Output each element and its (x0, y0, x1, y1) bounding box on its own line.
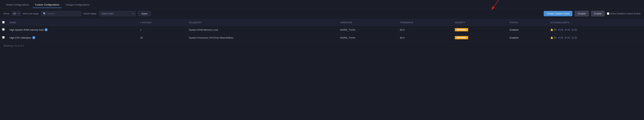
row-threshold-cell: 80.0 (398, 34, 452, 42)
select-alert-wrapper: Select Alert (99, 11, 136, 16)
row-actions-cell: 🔔 (0) ✉ (0) ⚙ (0) ☰ (0) (548, 26, 644, 34)
status-text: Enabled (510, 28, 518, 31)
per-page-wrapper: 10 25 50 100 (12, 11, 21, 16)
show-disabled-label[interactable]: Show Disabled Custom Events (610, 12, 641, 15)
mail-count: (0) (560, 28, 563, 31)
row-name-text: High System RAM memory load (10, 28, 44, 31)
show-disabled-wrapper: Show Disabled Custom Events (607, 12, 641, 15)
row-checkbox[interactable] (2, 28, 4, 31)
mail-icon-btn[interactable]: ✉ (0) (558, 36, 563, 39)
select-alert-dropdown[interactable]: Select Alert (99, 11, 136, 16)
list-icon-btn[interactable]: ☰ (0) (572, 28, 577, 31)
table-row: High CPU Utilization i 20 System Process… (0, 34, 644, 42)
row-telemetry-cell: System Processor CPUTime MeanStdDev (186, 34, 338, 42)
row-devices-cell: 1 (138, 26, 186, 34)
gear-icon-btn[interactable]: ⚙ (0) (565, 28, 570, 31)
row-operator-cell: MORE_THAN (338, 34, 398, 42)
row-status-cell: Enabled (508, 26, 548, 34)
bell-icon-btn[interactable]: 🔔 (0) (550, 28, 556, 31)
per-page-select[interactable]: 10 25 50 100 (12, 11, 21, 16)
create-custom-event-button[interactable]: Create Custom Event (544, 11, 572, 16)
show-label: Show (3, 12, 9, 15)
bell-icon-btn[interactable]: 🔔 (0) (550, 36, 556, 39)
gear-count: (0) (568, 28, 570, 31)
col-header-telemetry: TELEMETRY (186, 19, 338, 26)
items-per-page-text: items per page (23, 12, 39, 15)
info-icon[interactable]: i (32, 36, 35, 39)
search-input[interactable] (47, 12, 76, 15)
tab-outage[interactable]: Outage Configurations (63, 2, 92, 8)
status-text: Enabled (510, 36, 518, 39)
row-status-cell: Enabled (508, 34, 548, 42)
table-container: NAME: # DEVICES TELEMETRY OPERATOR THRES… (0, 19, 644, 42)
row-severity-cell: WARNING (452, 34, 508, 42)
bell-count: (0) (554, 36, 556, 39)
nav-tabs: Global Configurations Custom Configurati… (0, 0, 644, 8)
col-header-checkbox (0, 19, 7, 26)
col-header-status: STATUS (508, 19, 548, 26)
col-header-threshold: THRESHOLD (398, 19, 452, 26)
list-count: (0) (574, 36, 577, 39)
apply-button[interactable]: Apply (138, 11, 151, 16)
row-checkbox-cell (0, 26, 7, 34)
list-count: (0) (574, 28, 577, 31)
configurations-table: NAME: # DEVICES TELEMETRY OPERATOR THRES… (0, 19, 644, 42)
row-telemetry-cell: System RAM Memory Load (186, 26, 338, 34)
row-checkbox-cell (0, 34, 7, 42)
search-box: 🔍 (41, 11, 81, 16)
mail-icon-btn[interactable]: ✉ (0) (558, 28, 563, 31)
gear-count: (0) (568, 36, 570, 39)
bell-count: (0) (554, 28, 556, 31)
severity-badge: WARNING (455, 28, 468, 31)
row-severity-cell: WARNING (452, 26, 508, 34)
severity-badge: WARNING (455, 36, 468, 39)
create-button-wrapper: Create Custom Event (544, 11, 572, 16)
col-header-name: NAME: (7, 19, 138, 26)
row-devices-cell: 20 (138, 34, 186, 42)
show-disabled-checkbox[interactable] (607, 12, 609, 15)
enable-button[interactable]: Enable (591, 11, 605, 16)
col-header-devices: # DEVICES (138, 19, 186, 26)
quick-apply-label: Quick Apply: (84, 12, 97, 15)
tab-custom[interactable]: Custom Configurations (32, 2, 62, 8)
table-row: High System RAM memory load i 1 System R… (0, 26, 644, 34)
footer-text: Showing 1 to 2 of 2 (0, 42, 644, 50)
row-checkbox[interactable] (2, 36, 4, 39)
row-name-text: High CPU Utilization (10, 36, 31, 39)
select-all-checkbox[interactable] (2, 21, 4, 23)
col-header-operator: OPERATOR (338, 19, 398, 26)
list-icon-btn[interactable]: ☰ (0) (572, 36, 577, 39)
col-header-severity: SEVERITY (452, 19, 508, 26)
info-icon[interactable]: i (45, 28, 48, 31)
gear-icon-btn[interactable]: ⚙ (0) (565, 36, 570, 39)
mail-count: (0) (560, 36, 563, 39)
col-header-actions: ACTIONS/ALERTS (548, 19, 644, 26)
row-name-cell: High CPU Utilization i (7, 34, 138, 42)
toolbar: Show 10 25 50 100 items per page 🔍 Quick… (0, 8, 644, 19)
row-actions-cell: 🔔 (0) ✉ (0) ⚙ (0) ☰ (0) (548, 34, 644, 42)
search-icon: 🔍 (43, 12, 46, 15)
tab-global[interactable]: Global Configurations (3, 2, 32, 8)
table-header-row: NAME: # DEVICES TELEMETRY OPERATOR THRES… (0, 19, 644, 26)
disable-button[interactable]: Disable (574, 11, 589, 16)
row-name-cell: High System RAM memory load i (7, 26, 138, 34)
row-threshold-cell: 60.0 (398, 26, 452, 34)
table-body: High System RAM memory load i 1 System R… (0, 26, 644, 42)
row-operator-cell: MORE_THAN (338, 26, 398, 34)
